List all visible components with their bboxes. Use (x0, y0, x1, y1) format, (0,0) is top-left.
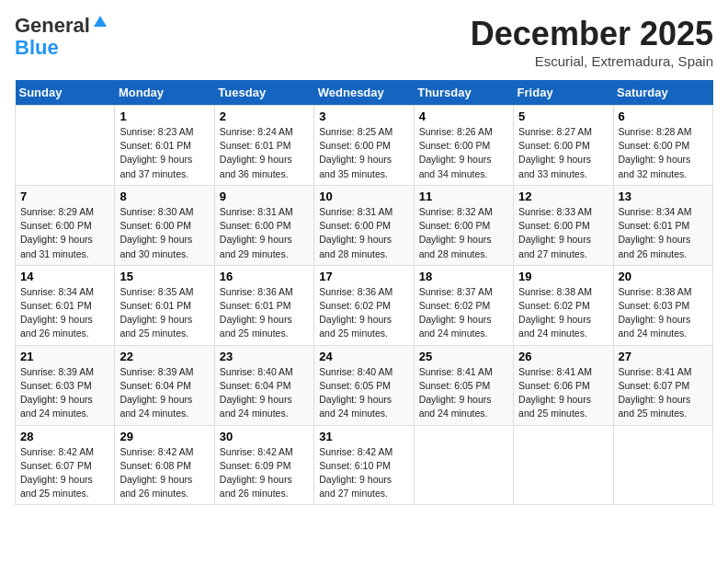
calendar-week-row: 7Sunrise: 8:29 AMSunset: 6:00 PMDaylight… (16, 185, 713, 265)
calendar-day-cell: 5Sunrise: 8:27 AMSunset: 6:00 PMDaylight… (514, 106, 613, 186)
weekday-header: Thursday (414, 80, 513, 106)
day-number: 7 (20, 190, 109, 203)
day-number: 28 (20, 430, 109, 443)
day-info: Sunrise: 8:41 AMSunset: 6:06 PMDaylight:… (518, 365, 608, 421)
calendar-day-cell: 23Sunrise: 8:40 AMSunset: 6:04 PMDayligh… (214, 345, 313, 425)
calendar-day-cell: 11Sunrise: 8:32 AMSunset: 6:00 PMDayligh… (414, 185, 513, 265)
day-info: Sunrise: 8:37 AMSunset: 6:02 PMDaylight:… (419, 285, 508, 341)
calendar-day-cell (514, 425, 613, 505)
page-header: General Blue December 2025 Escurial, Ext… (15, 15, 713, 69)
logo-general: General (15, 15, 90, 37)
calendar-day-cell: 1Sunrise: 8:23 AMSunset: 6:01 PMDaylight… (115, 106, 214, 186)
logo-blue: Blue (15, 36, 59, 59)
calendar-week-row: 21Sunrise: 8:39 AMSunset: 6:03 PMDayligh… (16, 345, 713, 425)
calendar-day-cell: 22Sunrise: 8:39 AMSunset: 6:04 PMDayligh… (115, 345, 214, 425)
day-info: Sunrise: 8:39 AMSunset: 6:03 PMDaylight:… (20, 365, 109, 421)
month-title: December 2025 (471, 15, 713, 53)
day-info: Sunrise: 8:27 AMSunset: 6:00 PMDaylight:… (518, 125, 608, 181)
calendar-day-cell: 2Sunrise: 8:24 AMSunset: 6:01 PMDaylight… (214, 106, 313, 186)
day-info: Sunrise: 8:38 AMSunset: 6:02 PMDaylight:… (518, 285, 608, 341)
weekday-header: Saturday (613, 80, 712, 106)
calendar-day-cell: 17Sunrise: 8:36 AMSunset: 6:02 PMDayligh… (314, 265, 414, 345)
day-number: 6 (619, 109, 708, 123)
calendar-day-cell: 30Sunrise: 8:42 AMSunset: 6:09 PMDayligh… (214, 425, 313, 505)
day-info: Sunrise: 8:28 AMSunset: 6:00 PMDaylight:… (619, 125, 708, 181)
day-number: 22 (119, 350, 209, 363)
day-number: 9 (220, 190, 309, 203)
day-info: Sunrise: 8:41 AMSunset: 6:07 PMDaylight:… (619, 365, 708, 421)
day-info: Sunrise: 8:24 AMSunset: 6:01 PMDaylight:… (220, 125, 309, 181)
day-info: Sunrise: 8:39 AMSunset: 6:04 PMDaylight:… (119, 365, 209, 421)
day-info: Sunrise: 8:33 AMSunset: 6:00 PMDaylight:… (518, 205, 608, 261)
calendar-day-cell (613, 425, 712, 505)
day-number: 21 (20, 350, 109, 363)
calendar-table: SundayMondayTuesdayWednesdayThursdayFrid… (15, 80, 713, 505)
calendar-week-row: 1Sunrise: 8:23 AMSunset: 6:01 PMDaylight… (16, 106, 713, 186)
calendar-header-row: SundayMondayTuesdayWednesdayThursdayFrid… (16, 80, 713, 106)
calendar-day-cell: 15Sunrise: 8:35 AMSunset: 6:01 PMDayligh… (115, 265, 214, 345)
day-info: Sunrise: 8:30 AMSunset: 6:00 PMDaylight:… (119, 205, 209, 261)
calendar-day-cell: 8Sunrise: 8:30 AMSunset: 6:00 PMDaylight… (115, 185, 214, 265)
title-block: December 2025 Escurial, Extremadura, Spa… (471, 15, 713, 69)
day-number: 15 (119, 270, 209, 283)
weekday-header: Wednesday (314, 80, 414, 106)
calendar-day-cell: 9Sunrise: 8:31 AMSunset: 6:00 PMDaylight… (214, 185, 313, 265)
calendar-day-cell: 27Sunrise: 8:41 AMSunset: 6:07 PMDayligh… (613, 345, 712, 425)
calendar-day-cell (414, 425, 513, 505)
calendar-day-cell: 3Sunrise: 8:25 AMSunset: 6:00 PMDaylight… (314, 106, 414, 186)
day-number: 27 (619, 350, 708, 363)
weekday-header: Tuesday (214, 80, 313, 106)
day-number: 24 (319, 350, 408, 363)
calendar-week-row: 28Sunrise: 8:42 AMSunset: 6:07 PMDayligh… (16, 425, 713, 505)
day-info: Sunrise: 8:25 AMSunset: 6:00 PMDaylight:… (319, 125, 408, 181)
day-number: 26 (518, 350, 608, 363)
calendar-day-cell: 14Sunrise: 8:34 AMSunset: 6:01 PMDayligh… (16, 265, 115, 345)
day-info: Sunrise: 8:42 AMSunset: 6:07 PMDaylight:… (20, 445, 109, 501)
day-number: 17 (319, 270, 408, 283)
day-number: 10 (319, 190, 408, 203)
day-info: Sunrise: 8:34 AMSunset: 6:01 PMDaylight:… (20, 285, 109, 341)
calendar-day-cell: 24Sunrise: 8:40 AMSunset: 6:05 PMDayligh… (314, 345, 414, 425)
day-number: 13 (619, 190, 708, 203)
svg-marker-0 (94, 16, 107, 27)
day-number: 18 (419, 270, 508, 283)
weekday-header: Sunday (16, 80, 115, 106)
day-info: Sunrise: 8:36 AMSunset: 6:02 PMDaylight:… (319, 285, 408, 341)
calendar-day-cell: 20Sunrise: 8:38 AMSunset: 6:03 PMDayligh… (613, 265, 712, 345)
day-number: 31 (319, 430, 408, 443)
calendar-day-cell: 6Sunrise: 8:28 AMSunset: 6:00 PMDaylight… (613, 106, 712, 186)
day-number: 2 (220, 109, 309, 123)
day-info: Sunrise: 8:32 AMSunset: 6:00 PMDaylight:… (419, 205, 508, 261)
calendar-day-cell: 10Sunrise: 8:31 AMSunset: 6:00 PMDayligh… (314, 185, 414, 265)
logo: General Blue (15, 15, 108, 59)
day-number: 16 (220, 270, 309, 283)
calendar-day-cell: 16Sunrise: 8:36 AMSunset: 6:01 PMDayligh… (214, 265, 313, 345)
day-number: 19 (518, 270, 608, 283)
day-number: 14 (20, 270, 109, 283)
day-number: 3 (319, 109, 408, 123)
day-info: Sunrise: 8:38 AMSunset: 6:03 PMDaylight:… (619, 285, 708, 341)
day-info: Sunrise: 8:40 AMSunset: 6:05 PMDaylight:… (319, 365, 408, 421)
weekday-header: Monday (115, 80, 214, 106)
day-info: Sunrise: 8:36 AMSunset: 6:01 PMDaylight:… (220, 285, 309, 341)
calendar-day-cell: 21Sunrise: 8:39 AMSunset: 6:03 PMDayligh… (16, 345, 115, 425)
day-number: 12 (518, 190, 608, 203)
logo-icon (92, 14, 108, 30)
day-number: 23 (220, 350, 309, 363)
weekday-header: Friday (514, 80, 613, 106)
day-info: Sunrise: 8:42 AMSunset: 6:08 PMDaylight:… (119, 445, 209, 501)
day-info: Sunrise: 8:34 AMSunset: 6:01 PMDaylight:… (619, 205, 708, 261)
calendar-day-cell: 19Sunrise: 8:38 AMSunset: 6:02 PMDayligh… (514, 265, 613, 345)
day-info: Sunrise: 8:29 AMSunset: 6:00 PMDaylight:… (20, 205, 109, 261)
calendar-day-cell: 18Sunrise: 8:37 AMSunset: 6:02 PMDayligh… (414, 265, 513, 345)
calendar-day-cell: 26Sunrise: 8:41 AMSunset: 6:06 PMDayligh… (514, 345, 613, 425)
calendar-day-cell: 31Sunrise: 8:42 AMSunset: 6:10 PMDayligh… (314, 425, 414, 505)
day-number: 1 (119, 109, 209, 123)
calendar-day-cell: 28Sunrise: 8:42 AMSunset: 6:07 PMDayligh… (16, 425, 115, 505)
calendar-week-row: 14Sunrise: 8:34 AMSunset: 6:01 PMDayligh… (16, 265, 713, 345)
day-number: 29 (119, 430, 209, 443)
day-number: 11 (419, 190, 508, 203)
location: Escurial, Extremadura, Spain (471, 53, 713, 69)
day-number: 4 (419, 109, 508, 123)
day-number: 5 (518, 109, 608, 123)
